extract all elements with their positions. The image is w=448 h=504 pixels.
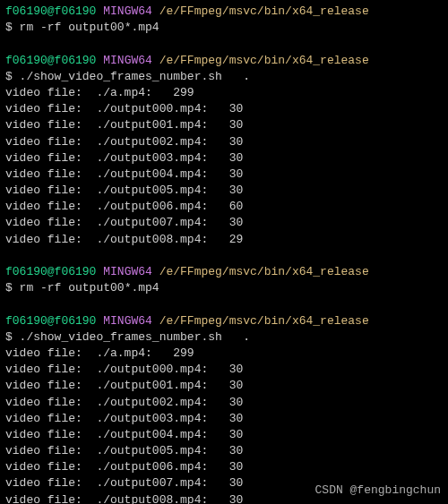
terminal-output: f06190@f06190 MINGW64 /e/FFmpeg/msvc/bin…	[5, 4, 443, 504]
command: rm -rf output00*.mp4	[20, 281, 159, 295]
cmd-line-2[interactable]: $ ./show_video_frames_number.sh .	[5, 69, 443, 85]
cwd-path: /e/FFmpeg/msvc/bin/x64_release	[159, 314, 369, 328]
dollar-prompt: $	[5, 70, 20, 83]
output-line: video file: ./output000.mp4: 30	[5, 362, 443, 378]
prompt-line-1: f06190@f06190 MINGW64 /e/FFmpeg/msvc/bin…	[5, 4, 443, 20]
command: ./show_video_frames_number.sh .	[20, 70, 250, 83]
user-host: f06190@f06190	[5, 54, 96, 67]
output-line: video file: ./output005.mp4: 30	[5, 183, 443, 199]
cwd-path: /e/FFmpeg/msvc/bin/x64_release	[159, 265, 369, 278]
output-line: video file: ./output005.mp4: 30	[5, 443, 443, 459]
output-line: video file: ./output008.mp4: 29	[5, 232, 443, 248]
output-line: video file: ./a.mp4: 299	[5, 346, 443, 362]
output-line: video file: ./output001.mp4: 30	[5, 378, 443, 394]
cmd-line-1[interactable]: $ rm -rf output00*.mp4	[5, 20, 443, 36]
cwd-path: /e/FFmpeg/msvc/bin/x64_release	[159, 54, 369, 67]
output-line: video file: ./output003.mp4: 30	[5, 411, 443, 427]
cmd-line-3[interactable]: $ rm -rf output00*.mp4	[5, 280, 443, 296]
command: rm -rf output00*.mp4	[20, 21, 159, 34]
output-line: video file: ./output002.mp4: 30	[5, 134, 443, 150]
user-host: f06190@f06190	[5, 314, 96, 328]
prompt-line-2: f06190@f06190 MINGW64 /e/FFmpeg/msvc/bin…	[5, 53, 443, 69]
prompt-line-4: f06190@f06190 MINGW64 /e/FFmpeg/msvc/bin…	[5, 313, 443, 329]
cmd-line-4[interactable]: $ ./show_video_frames_number.sh .	[5, 329, 443, 346]
dollar-prompt: $	[5, 281, 20, 295]
output-line: video file: ./a.mp4: 299	[5, 85, 443, 101]
output-line: video file: ./output006.mp4: 60	[5, 199, 443, 215]
command: ./show_video_frames_number.sh .	[20, 330, 250, 344]
output-line: video file: ./output004.mp4: 30	[5, 167, 443, 183]
output-line: video file: ./output000.mp4: 30	[5, 101, 443, 117]
output-line: video file: ./output003.mp4: 30	[5, 150, 443, 167]
output-line: video file: ./output004.mp4: 30	[5, 427, 443, 443]
dollar-prompt: $	[5, 330, 20, 344]
blank-line	[5, 248, 443, 264]
prompt-line-3: f06190@f06190 MINGW64 /e/FFmpeg/msvc/bin…	[5, 264, 443, 280]
user-host: f06190@f06190	[5, 265, 96, 278]
dollar-prompt: $	[5, 21, 20, 34]
output-line: video file: ./output002.mp4: 30	[5, 395, 443, 411]
output-line: video file: ./output001.mp4: 30	[5, 117, 443, 133]
blank-line	[5, 296, 443, 312]
csdn-watermark: CSDN @fengbingchun	[315, 483, 441, 499]
mingw-label: MINGW64	[103, 4, 152, 18]
output-line: video file: ./output006.mp4: 30	[5, 459, 443, 475]
blank-line	[5, 36, 443, 52]
mingw-label: MINGW64	[103, 265, 152, 278]
output-line: video file: ./output007.mp4: 30	[5, 215, 443, 231]
mingw-label: MINGW64	[103, 314, 152, 328]
mingw-label: MINGW64	[103, 54, 152, 67]
user-host: f06190@f06190	[5, 4, 96, 18]
cwd-path: /e/FFmpeg/msvc/bin/x64_release	[159, 4, 369, 18]
